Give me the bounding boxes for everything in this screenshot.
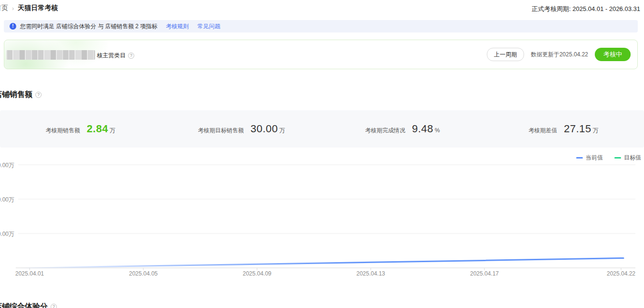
stat-period-sales: 考核期销售额 2.84 万 — [0, 123, 161, 135]
line-marker-icon — [576, 157, 583, 159]
main-category-line: 核主营类目 ? — [97, 52, 134, 60]
sales-line-chart — [0, 160, 644, 277]
main-category-label: 核主营类目 — [97, 52, 126, 60]
stat-value: 27.15 — [564, 123, 591, 135]
breadcrumb-separator: › — [12, 5, 14, 12]
sales-stats-bar: 考核期销售额 2.84 万 考核期目标销售额 30.00 万 考核期完成情况 9… — [0, 110, 644, 148]
stat-label: 考核期差值 — [528, 127, 557, 135]
info-icon: ! — [10, 23, 16, 30]
stat-value: 9.48 — [412, 123, 433, 135]
x-tick-label: 2025.04.13 — [351, 270, 391, 277]
stat-gap: 考核期差值 27.15 万 — [483, 123, 644, 135]
breadcrumb-current: 天猫日常考核 — [18, 4, 58, 12]
shop-name-masked — [6, 50, 95, 60]
stat-value: 30.00 — [250, 123, 278, 135]
notice-message: 您需同时满足 店铺综合体验分 与 店铺销售额 2 项指标 — [20, 22, 157, 31]
sales-section-title: 店铺销售额 ? — [0, 90, 42, 100]
previous-cycle-button[interactable]: 上一周期 — [487, 48, 524, 61]
stat-label: 考核期目标销售额 — [198, 127, 244, 135]
current-line — [19, 258, 623, 268]
stat-unit: 万 — [109, 127, 115, 135]
assessment-cycle-period: 正式考核周期: 2025.04.01 - 2026.03.31 — [532, 5, 640, 13]
card-actions: 上一周期 数据更新于2025.04.22 考核中 — [487, 40, 631, 69]
x-tick-label: 2025.04.05 — [123, 270, 163, 277]
shop-info-card: 核主营类目 ? 上一周期 数据更新于2025.04.22 考核中 — [4, 40, 638, 69]
stat-completion: 考核期完成情况 9.48 % — [322, 123, 483, 135]
line-marker-icon — [614, 157, 621, 159]
experience-section-title: 店铺综合体验分 ? — [0, 302, 57, 308]
stat-label: 考核期销售额 — [46, 127, 80, 135]
help-icon[interactable]: ? — [35, 92, 42, 98]
x-axis-ticks — [30, 268, 621, 270]
help-icon[interactable]: ? — [51, 304, 57, 308]
x-tick-label: 2025.04.01 — [10, 270, 50, 277]
stat-label: 考核期完成情况 — [365, 127, 405, 135]
assessment-rules-link[interactable]: 考核规则 — [166, 22, 189, 31]
notice-banner: ! 您需同时满足 店铺综合体验分 与 店铺销售额 2 项指标 考核规则 常见问题 — [4, 20, 638, 32]
help-icon[interactable]: ? — [128, 53, 134, 59]
stat-unit: 万 — [279, 127, 285, 135]
breadcrumb-home[interactable]: 首页 — [0, 4, 8, 12]
data-updated-text: 数据更新于2025.04.22 — [531, 51, 588, 59]
x-tick-label: 2025.04.09 — [237, 270, 277, 277]
tmall-daily-assessment-page: { "breadcrumb": { "home": "首页", "separat… — [0, 0, 644, 308]
stat-value: 2.84 — [87, 123, 108, 135]
x-tick-label: 2025.04.17 — [464, 270, 504, 277]
stat-target-sales: 考核期目标销售额 30.00 万 — [161, 123, 322, 135]
stat-unit: % — [435, 127, 440, 134]
stat-unit: 万 — [593, 127, 599, 135]
breadcrumb: 首页 › 天猫日常考核 — [0, 4, 58, 12]
faq-link[interactable]: 常见问题 — [197, 22, 220, 31]
status-badge: 考核中 — [595, 48, 631, 61]
sales-title-text: 店铺销售额 — [0, 90, 32, 100]
gridlines — [16, 165, 635, 268]
x-tick-label: 2025.04.22 — [601, 270, 641, 277]
experience-title-text: 店铺综合体验分 — [0, 302, 48, 308]
